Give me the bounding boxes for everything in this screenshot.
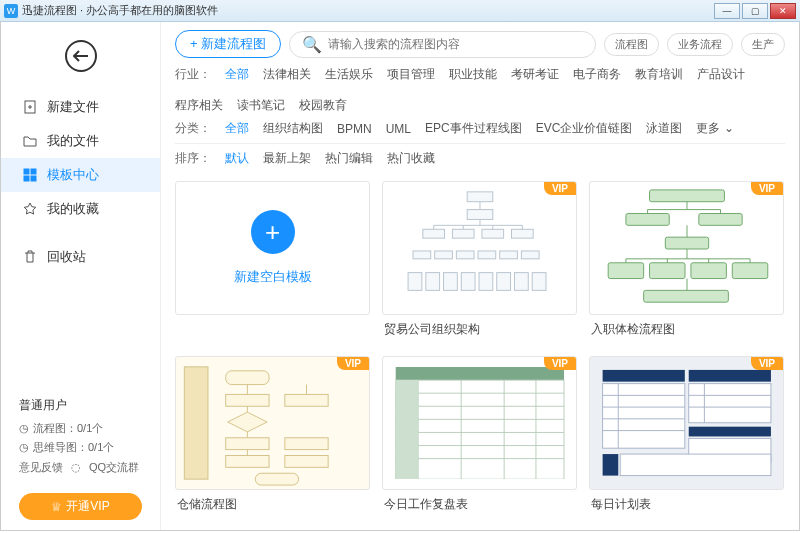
svg-rect-21: [479, 273, 493, 291]
svg-rect-68: [395, 367, 563, 380]
new-flowchart-button[interactable]: + 新建流程图: [175, 30, 281, 58]
svg-rect-37: [650, 263, 685, 279]
filter-industry-item[interactable]: 生活娱乐: [325, 66, 373, 83]
svg-rect-36: [608, 263, 643, 279]
template-card-blank[interactable]: + 新建空白模板: [175, 181, 370, 344]
minimize-button[interactable]: —: [714, 3, 740, 19]
search-box[interactable]: 🔍: [289, 31, 596, 58]
main-content: + 新建流程图 🔍 流程图 业务流程 生产 行业： 全部 法律相关 生活娱乐 项…: [161, 22, 799, 530]
back-button[interactable]: [65, 40, 97, 72]
filter-industry-all[interactable]: 全部: [225, 66, 249, 83]
svg-rect-15: [500, 251, 518, 259]
qq-link[interactable]: QQ交流群: [89, 458, 139, 477]
filter-category-item[interactable]: 组织结构图: [263, 120, 323, 137]
filter-sort-item[interactable]: 热门收藏: [387, 150, 435, 167]
filter-industry-item[interactable]: 校园教育: [299, 97, 347, 114]
search-input[interactable]: [328, 37, 583, 51]
filter-industry-item[interactable]: 教育培训: [635, 66, 683, 83]
filter-sort-item[interactable]: 最新上架: [263, 150, 311, 167]
open-vip-button[interactable]: ♕ 开通VIP: [19, 493, 142, 520]
template-thumbnail: [393, 367, 567, 479]
sidebar-item-label: 新建文件: [47, 98, 99, 116]
filter-category-item[interactable]: UML: [386, 122, 411, 136]
filter-category-all[interactable]: 全部: [225, 120, 249, 137]
template-title: 仓储流程图: [175, 490, 370, 519]
filter-industry-item[interactable]: 程序相关: [175, 97, 223, 114]
trash-icon: [21, 248, 39, 266]
filter-sort-item[interactable]: 热门编辑: [325, 150, 373, 167]
template-card[interactable]: VIP: [589, 356, 784, 519]
sidebar: 新建文件 我的文件 模板中心 我的收藏 回收站 普通用户 ◷流程图：0/1个 ◷…: [1, 22, 161, 530]
feedback-link[interactable]: 意见反馈: [19, 458, 63, 477]
filter-industry-item[interactable]: 考研考证: [511, 66, 559, 83]
sidebar-item-templates[interactable]: 模板中心: [1, 158, 160, 192]
svg-rect-82: [688, 370, 770, 382]
svg-rect-9: [482, 229, 504, 238]
svg-rect-23: [514, 273, 528, 291]
vip-badge: VIP: [751, 182, 783, 195]
close-button[interactable]: ✕: [770, 3, 796, 19]
pill-business[interactable]: 业务流程: [667, 33, 733, 56]
svg-rect-24: [532, 273, 546, 291]
svg-rect-22: [497, 273, 511, 291]
svg-rect-5: [467, 192, 493, 202]
filter-category-item[interactable]: EVC企业价值链图: [536, 120, 633, 137]
svg-rect-39: [732, 263, 767, 279]
template-card[interactable]: VIP 今日工作复盘表: [382, 356, 577, 519]
svg-rect-61: [285, 456, 328, 468]
titlebar: W 迅捷流程图 · 办公高手都在用的脑图软件 — ▢ ✕: [0, 0, 800, 22]
filter-industry-item[interactable]: 产品设计: [697, 66, 745, 83]
svg-rect-17: [408, 273, 422, 291]
svg-rect-6: [467, 210, 493, 220]
filter-industry-item[interactable]: 法律相关: [263, 66, 311, 83]
filter-category-item[interactable]: EPC事件过程线图: [425, 120, 522, 137]
vip-badge: VIP: [751, 357, 783, 370]
template-title: 贸易公司组织架构: [382, 315, 577, 344]
template-card[interactable]: VIP 入职体检流程图: [589, 181, 784, 344]
app-icon: W: [4, 4, 18, 18]
filter-sort-default[interactable]: 默认: [225, 150, 249, 167]
svg-rect-13: [456, 251, 474, 259]
template-title: 入职体检流程图: [589, 315, 784, 344]
svg-rect-14: [478, 251, 496, 259]
svg-rect-60: [226, 456, 269, 468]
chevron-down-icon: ⌄: [724, 121, 734, 135]
sidebar-item-label: 我的收藏: [47, 200, 99, 218]
sidebar-item-recycle[interactable]: 回收站: [1, 240, 160, 274]
template-title: 今日工作复盘表: [382, 490, 577, 519]
template-card[interactable]: VIP 仓储流程图: [175, 356, 370, 519]
svg-rect-20: [461, 273, 475, 291]
svg-rect-59: [285, 438, 328, 450]
clock-icon: ◷: [19, 438, 29, 457]
pill-production[interactable]: 生产: [741, 33, 785, 56]
svg-rect-3: [24, 176, 29, 181]
svg-rect-12: [435, 251, 453, 259]
svg-rect-11: [413, 251, 431, 259]
maximize-button[interactable]: ▢: [742, 3, 768, 19]
pill-flowchart[interactable]: 流程图: [604, 33, 659, 56]
grid-icon: [21, 166, 39, 184]
svg-rect-34: [699, 214, 742, 226]
filter-sort-row: 排序： 默认 最新上架 热门编辑 热门收藏: [175, 150, 785, 167]
svg-rect-35: [665, 237, 708, 249]
filter-category-item[interactable]: BPMN: [337, 122, 372, 136]
filter-industry-item[interactable]: 职业技能: [449, 66, 497, 83]
filter-industry-item[interactable]: 读书笔记: [237, 97, 285, 114]
filter-industry-item[interactable]: 电子商务: [573, 66, 621, 83]
svg-rect-1: [24, 169, 29, 174]
svg-rect-7: [423, 229, 445, 238]
template-thumbnail: [383, 182, 576, 314]
filter-industry-item[interactable]: 项目管理: [387, 66, 435, 83]
filter-category-item[interactable]: 泳道图: [646, 120, 682, 137]
filter-category-more[interactable]: 更多 ⌄: [696, 120, 733, 137]
template-thumbnail: [598, 366, 776, 480]
template-card[interactable]: VIP 贸易公司组织架构: [382, 181, 577, 344]
filter-industry-row: 行业： 全部 法律相关 生活娱乐 项目管理 职业技能 考研考证 电子商务 教育培…: [175, 66, 785, 114]
filter-label: 行业：: [175, 66, 211, 83]
svg-rect-81: [602, 370, 684, 382]
sidebar-item-my-files[interactable]: 我的文件: [1, 124, 160, 158]
vip-button-label: 开通VIP: [66, 498, 109, 515]
sidebar-item-favorites[interactable]: 我的收藏: [1, 192, 160, 226]
filter-label: 分类：: [175, 120, 211, 137]
sidebar-item-new-file[interactable]: 新建文件: [1, 90, 160, 124]
